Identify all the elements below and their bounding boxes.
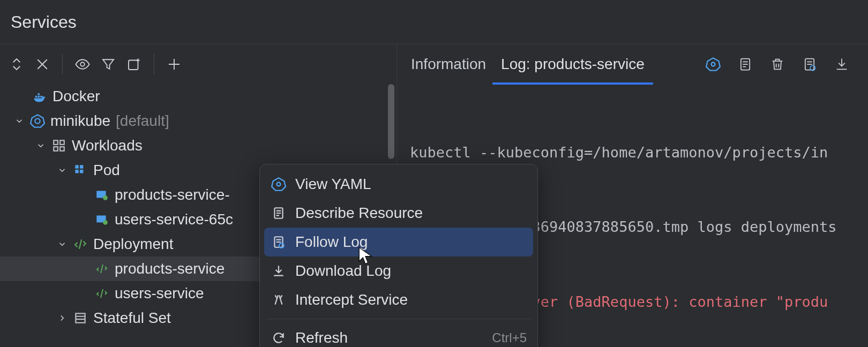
menu-item-follow-log[interactable]: Follow Log [264,228,533,257]
log-line: kubectl --kubeconfig=/home/artamonov/pro… [410,140,868,165]
toolbar-separator [154,54,154,74]
svg-point-0 [80,62,85,66]
svg-rect-20 [76,313,85,322]
menu-item-label: Refresh [295,329,348,346]
pod-group-icon [73,163,88,178]
menu-item-refresh[interactable]: Refresh Ctrl+5 [264,323,533,347]
menu-item-label: View YAML [295,176,371,193]
view-yaml-action[interactable] [701,52,725,77]
menu-item-shortcut: Ctrl+5 [492,330,527,345]
svg-rect-9 [60,140,64,145]
tree-item-label: products-service- [115,186,230,203]
docker-icon [32,89,47,104]
tree-item-workloads[interactable]: Workloads [0,133,396,158]
menu-item-view-yaml[interactable]: View YAML [264,170,533,199]
svg-rect-10 [54,147,58,151]
tree-toolbar [0,44,396,84]
chevron-down-icon[interactable] [35,140,46,151]
svg-rect-4 [38,93,40,95]
svg-rect-8 [54,140,58,145]
add-button[interactable] [162,52,186,77]
chevron-down-icon[interactable] [14,116,25,126]
tab-information[interactable]: Information [411,44,486,84]
menu-item-label: Describe Resource [295,205,423,222]
svg-point-27 [277,183,281,186]
expand-collapse-button[interactable] [4,52,29,77]
tree-item-label: Stateful Set [93,310,171,327]
panel-header: Services [0,0,868,44]
tabs-actions [701,52,854,77]
tree-item-suffix: [default] [116,112,169,130]
document-icon [271,205,287,221]
svg-rect-2 [35,96,38,98]
menu-item-intercept-service[interactable]: Intercept Service [264,285,533,314]
menu-item-describe-resource[interactable]: Describe Resource [264,199,533,228]
chevron-down-icon[interactable] [57,165,68,176]
tree-item-label: Docker [53,88,100,105]
tree-item-label: Pod [93,162,120,179]
tab-log[interactable]: Log: products-service [501,44,645,84]
svg-point-22 [712,63,715,66]
svg-rect-5 [40,96,42,98]
follow-log-action[interactable] [797,52,822,77]
deployment-group-icon [73,237,88,252]
chevron-down-icon[interactable] [57,239,68,250]
show-hide-button[interactable] [70,52,95,77]
download-log-action[interactable] [829,52,854,77]
kubernetes-icon [271,176,287,192]
workloads-icon [51,138,66,153]
tree-item-label: Deployment [93,236,173,253]
describe-action[interactable] [733,52,758,77]
close-button[interactable] [30,52,55,77]
svg-marker-6 [31,115,44,127]
tree-item-label: users-service-65c [115,211,233,228]
menu-item-label: Follow Log [295,233,368,251]
tree-item-label: Workloads [72,137,143,154]
tree-item-label: products-service [115,260,225,277]
follow-log-icon [271,234,287,250]
delete-action[interactable] [765,52,790,77]
menu-item-label: Download Log [295,262,391,280]
filter-button[interactable] [96,52,121,77]
tabs-row: Information Log: products-service [397,44,868,84]
deployment-icon [94,286,109,301]
menu-item-label: Intercept Service [295,291,408,308]
toolbar-separator [62,54,63,74]
svg-rect-1 [129,61,138,70]
tree-scrollbar-thumb[interactable] [388,84,394,159]
context-menu: View YAML Describe Resource Follow Log D… [259,164,538,347]
tree-item-minikube[interactable]: minikube [default] [0,109,396,133]
svg-rect-14 [75,170,79,174]
panel-title: Services [11,12,77,32]
svg-marker-21 [706,58,720,70]
tree-item-label: minikube [50,112,110,130]
kubernetes-icon [30,114,45,129]
svg-marker-26 [272,178,286,190]
svg-rect-11 [60,147,64,151]
menu-item-download-log[interactable]: Download Log [264,257,533,285]
pod-icon [94,212,109,227]
tree-item-docker[interactable]: Docker [0,84,396,109]
svg-rect-13 [80,165,84,169]
svg-rect-3 [38,96,40,98]
svg-rect-12 [75,165,79,169]
svg-point-17 [103,195,108,200]
svg-point-19 [103,220,108,225]
tab-label: Information [411,56,486,73]
chevron-right-icon[interactable] [57,313,68,323]
svg-point-7 [35,118,40,123]
svg-rect-15 [80,170,84,174]
download-icon [271,263,287,279]
deployment-icon [94,261,109,276]
tree-item-label: users-service [115,285,204,302]
statefulset-icon [73,311,88,326]
refresh-icon [271,330,287,346]
menu-separator [266,319,531,319]
pod-icon [94,187,109,202]
tab-label: Log: products-service [501,56,645,73]
intercept-icon [271,292,287,308]
open-new-tab-button[interactable] [122,52,146,77]
